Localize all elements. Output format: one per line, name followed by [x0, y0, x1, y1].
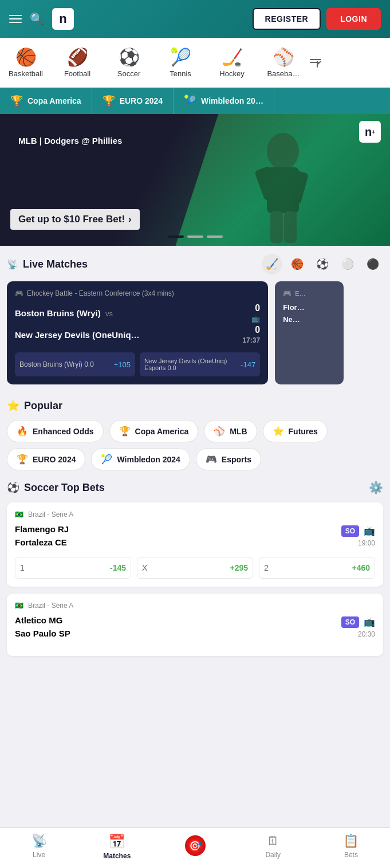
- match-time-1: 19:00: [358, 539, 375, 547]
- soccer-section-title: ⚽ Soccer Top Bets: [7, 481, 105, 494]
- match-time-2: 20:30: [358, 630, 375, 638]
- banner-logo: n+: [359, 121, 381, 143]
- dot-active[interactable]: [168, 235, 184, 238]
- sport-basketball[interactable]: 🏀 Basketball: [0, 44, 52, 81]
- match-league-2: 🎮 E…: [283, 289, 336, 297]
- badge-time-1: SO 📺: [341, 525, 375, 537]
- so-badge-2: SO: [341, 616, 359, 628]
- star-icon: ⭐: [7, 399, 19, 412]
- filter-tennis[interactable]: ⚪: [337, 254, 358, 274]
- odd-1x2-away[interactable]: 2 +460: [259, 557, 375, 579]
- match-block-right-1: SO 📺 19:00: [341, 525, 375, 547]
- sort-icon[interactable]: [309, 44, 328, 81]
- hamburger-menu[interactable]: [9, 15, 22, 23]
- sport-basketball-label: Basketball: [9, 69, 43, 78]
- banner-image: [175, 114, 390, 246]
- team2-row: New Jersey Devils (OneUniq… 0 17:37: [15, 325, 260, 344]
- brazil-flag-icon-2: 🇧🇷: [15, 602, 23, 610]
- sport-football[interactable]: 🏈 Football: [52, 44, 103, 81]
- esports-chip-icon: 🎮: [206, 454, 217, 465]
- odd-btn-team1[interactable]: Boston Bruins (Wryi) 0.0 +105: [15, 352, 135, 376]
- sport-tennis[interactable]: 🎾 Tennis: [155, 44, 206, 81]
- euro-chip-icon: 🏆: [17, 454, 28, 465]
- stream-icon-1: 📺: [364, 525, 375, 536]
- chip-esports[interactable]: 🎮 Esports: [196, 448, 261, 470]
- search-icon[interactable]: 🔍: [30, 12, 44, 26]
- odd-1x2-draw[interactable]: X +295: [137, 557, 253, 579]
- chip-label-futures: Futures: [289, 427, 318, 436]
- chip-label-esports: Esports: [222, 455, 251, 464]
- live-matches-section: 📡 Live Matches 🏑 🏀 ⚽ ⚪ ⚫ 🎮 Ehockey Battl…: [0, 246, 390, 389]
- match-league-1: 🎮 Ehockey Battle - Eastern Conference (3…: [15, 289, 260, 297]
- nav-daily[interactable]: 🗓 Daily: [234, 834, 312, 860]
- header-left: 🔍 n: [9, 8, 74, 30]
- soccer-ball-icon: ⚽: [7, 481, 19, 494]
- chip-futures[interactable]: ⭐ Futures: [263, 420, 328, 442]
- tab-copa-america[interactable]: 🏆 Copa America: [0, 88, 92, 114]
- wimbledon-icon: 🎾: [184, 95, 196, 107]
- sport-hockey[interactable]: 🏒 Hockey: [206, 44, 258, 81]
- futures-chip-icon: ⭐: [273, 426, 284, 437]
- filter-soccer[interactable]: ⚽: [312, 254, 333, 274]
- hockey-icon: 🏒: [222, 47, 243, 67]
- chip-wimbledon[interactable]: 🎾 Wimbledon 2024: [91, 448, 190, 470]
- sport-soccer-label: Soccer: [117, 69, 140, 78]
- sport-filter-bar: 🏑 🏀 ⚽ ⚪ ⚫: [262, 254, 383, 274]
- nav-bets-icon: 📋: [343, 834, 359, 849]
- login-button[interactable]: LOGIN: [326, 8, 381, 30]
- soccer-icon: ⚽: [119, 47, 140, 67]
- soccer-section-header: ⚽ Soccer Top Bets ⚙️: [7, 481, 383, 494]
- nav-matches[interactable]: 📅 Matches: [78, 834, 156, 860]
- baseball-icon: ⚾: [273, 47, 294, 67]
- odd-btn-team2[interactable]: New Jersey Devils (OneUniq) Esports 0.0 …: [140, 352, 260, 376]
- chip-mlb[interactable]: ⚾ MLB: [204, 420, 257, 442]
- banner-promo-text[interactable]: Get up to $10 Free Bet! ›: [10, 209, 140, 230]
- match-odds-1: Boston Bruins (Wryi) 0.0 +105 New Jersey…: [15, 352, 260, 376]
- dot-2[interactable]: [207, 235, 223, 238]
- popular-section: ⭐ Popular 🔥 Enhanced Odds 🏆 Copa America…: [0, 389, 390, 470]
- chip-enhanced-odds[interactable]: 🔥 Enhanced Odds: [7, 420, 104, 442]
- filter-more[interactable]: ⚫: [363, 254, 383, 274]
- football-icon: 🏈: [67, 47, 88, 67]
- popular-title: ⭐ Popular: [7, 399, 383, 412]
- copa-chip-icon: 🏆: [119, 426, 131, 437]
- league-name-2: Brazil - Serie A: [28, 602, 73, 610]
- mlb-chip-icon: ⚾: [214, 426, 225, 437]
- odd-value-2: +460: [352, 563, 370, 572]
- chip-copa-america[interactable]: 🏆 Copa America: [109, 420, 199, 442]
- dot-1[interactable]: [187, 235, 203, 238]
- odd-label-x: X: [142, 563, 147, 572]
- nav-daily-icon: 🗓: [267, 834, 279, 849]
- badge-time-2: SO 📺: [341, 616, 375, 628]
- sport-baseball[interactable]: ⚾ Baseba…: [258, 44, 309, 81]
- sport-soccer[interactable]: ⚽ Soccer: [103, 44, 155, 81]
- promo-banner: n+ MLB | Dodgers @ Phillies Get up to $1…: [0, 114, 390, 246]
- odd-label-1: 1: [20, 563, 25, 572]
- nav-live[interactable]: 📡 Live: [0, 834, 78, 860]
- filter-basketball[interactable]: 🏀: [287, 254, 308, 274]
- odd-label-team1: Boston Bruins (Wryi) 0.0: [19, 360, 94, 368]
- nav-daily-label: Daily: [265, 851, 281, 859]
- chip-label-copa: Copa America: [135, 427, 189, 436]
- odd-1x2-home[interactable]: 1 -145: [15, 557, 131, 579]
- live-match-card-2: 🎮 E… Flor… Ne…: [275, 281, 344, 384]
- filter-adjust-icon[interactable]: ⚙️: [369, 481, 383, 494]
- match-time: 17:37: [242, 336, 260, 344]
- tab-wimbledon[interactable]: 🎾 Wimbledon 20…: [174, 88, 274, 114]
- nav-bonus[interactable]: 🎯: [156, 834, 234, 860]
- soccer-top-bets-section: ⚽ Soccer Top Bets ⚙️ 🇧🇷 Brazil - Serie A…: [0, 470, 390, 656]
- sport-tennis-label: Tennis: [170, 69, 191, 78]
- chip-label-euro: EURO 2024: [33, 455, 76, 464]
- register-button[interactable]: REGISTER: [253, 8, 321, 30]
- odd-value-1: -145: [110, 563, 126, 572]
- stream-icon-2: 📺: [364, 616, 375, 627]
- soccer-team-names-2: Atletico MG Sao Paulo SP: [15, 614, 70, 640]
- chip-euro-2024[interactable]: 🏆 EURO 2024: [7, 448, 85, 470]
- nav-bets[interactable]: 📋 Bets: [312, 834, 390, 860]
- so-badge-1: SO: [341, 525, 359, 537]
- tab-euro-2024[interactable]: 🏆 EURO 2024: [92, 88, 174, 114]
- chip-label-enhanced: Enhanced Odds: [33, 427, 94, 436]
- home-team-1: Flamengo RJ: [15, 523, 69, 536]
- filter-hockey[interactable]: 🏑: [262, 254, 282, 274]
- nav-bets-label: Bets: [344, 851, 358, 859]
